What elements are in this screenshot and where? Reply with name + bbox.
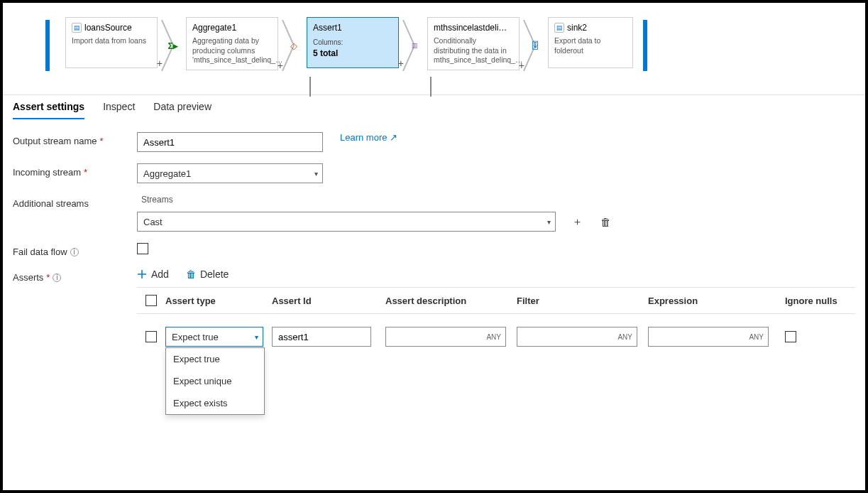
tab-data-preview[interactable]: Data preview xyxy=(153,101,211,119)
dropdown-item[interactable]: Expect exists xyxy=(166,392,264,414)
output-port xyxy=(643,20,647,71)
assert-settings-panel: Output stream name * Learn more ↗ Incomi… xyxy=(3,119,865,354)
settings-tabs: Assert settings Inspect Data preview xyxy=(3,95,865,119)
external-link-icon: ↗ xyxy=(390,132,397,143)
fail-data-flow-checkbox[interactable] xyxy=(137,243,148,254)
col-ignore-nulls: Ignore nulls xyxy=(779,296,850,306)
col-expression: Expression xyxy=(648,296,779,306)
node-title: mthssincelastdeli… xyxy=(434,22,507,33)
delete-stream-button[interactable]: 🗑 xyxy=(598,215,612,229)
any-badge: ANY xyxy=(749,333,764,341)
ignore-nulls-checkbox[interactable] xyxy=(785,331,796,342)
node-title: Aggregate1 xyxy=(192,22,236,33)
chevron-down-icon: ▾ xyxy=(547,218,551,226)
connector: ⧈ xyxy=(402,20,427,71)
filter-input[interactable]: ANY xyxy=(517,327,637,347)
connector: 🗄 xyxy=(522,20,548,71)
assert-id-input[interactable] xyxy=(272,327,371,347)
output-stream-input[interactable] xyxy=(137,132,323,152)
learn-more-link[interactable]: Learn more ↗ xyxy=(340,132,397,143)
flow-node-mthssincelastdeli[interactable]: mthssincelastdeli… Conditionally distrib… xyxy=(427,17,520,70)
sink-icon: ▤ xyxy=(554,23,564,33)
sigma-icon: Σ▸ xyxy=(166,38,180,53)
input-port xyxy=(45,20,50,71)
col-filter: Filter xyxy=(517,296,648,306)
flow-node-loanssource[interactable]: ▤loansSource Import data from loans + xyxy=(65,17,158,68)
flow-node-assert1[interactable]: Assert1 Columns: 5 total + xyxy=(307,17,399,68)
additional-stream-select[interactable]: Cast ▾ xyxy=(137,212,556,232)
flow-node-aggregate1[interactable]: Aggregate1 Aggregating data by producing… xyxy=(186,17,278,70)
table-row: Expect true ▾ Expect true Expect unique … xyxy=(137,314,855,354)
col-assert-desc: Assert description xyxy=(385,296,517,306)
col-assert-id: Assert Id xyxy=(272,296,385,306)
sink-icon: 🗄 xyxy=(528,38,542,53)
node-title: sink2 xyxy=(567,22,587,33)
info-icon[interactable]: i xyxy=(53,273,61,282)
assert-desc-input[interactable]: ANY xyxy=(385,327,506,347)
any-badge: ANY xyxy=(486,333,501,341)
node-sub: Aggregating data by producing columns 'm… xyxy=(192,36,272,65)
source-icon: ▤ xyxy=(72,23,82,33)
select-all-checkbox[interactable] xyxy=(145,295,157,306)
chevron-down-icon: ▾ xyxy=(314,170,318,178)
node-sub: Export data to folderout xyxy=(554,36,627,55)
delete-assert-button[interactable]: 🗑 Delete xyxy=(186,269,229,280)
add-assert-button[interactable]: Add xyxy=(137,269,169,280)
incoming-stream-label: Incoming stream * xyxy=(13,163,137,178)
asserts-label: Asserts * i xyxy=(13,269,137,283)
output-stream-label: Output stream name * xyxy=(13,132,137,146)
connector: Σ▸ xyxy=(160,20,186,71)
asserts-table: Assert type Assert Id Assert description… xyxy=(137,287,855,354)
additional-streams-label: Additional streams xyxy=(13,195,137,209)
info-icon[interactable]: i xyxy=(70,248,79,256)
col-assert-type: Assert type xyxy=(165,296,272,306)
streams-header: Streams xyxy=(137,195,855,205)
trash-icon: 🗑 xyxy=(186,269,196,280)
row-checkbox[interactable] xyxy=(145,331,157,342)
node-title: Assert1 xyxy=(313,22,342,33)
split-icon: ⧈ xyxy=(407,38,422,53)
assert-type-dropdown: Expect true Expect unique Expect exists xyxy=(165,347,265,415)
add-stream-button[interactable]: ＋ xyxy=(570,215,584,229)
stream-line xyxy=(309,77,311,97)
columns-label: Columns: xyxy=(313,38,392,48)
dropdown-item[interactable]: Expect unique xyxy=(166,370,264,392)
tab-assert-settings[interactable]: Assert settings xyxy=(13,101,84,119)
assert-type-select[interactable]: Expect true ▾ Expect true Expect unique … xyxy=(165,327,263,347)
any-badge: ANY xyxy=(617,333,632,341)
columns-count: 5 total xyxy=(313,48,392,59)
node-sub: Conditionally distributing the data in m… xyxy=(434,36,513,65)
fail-data-flow-label: Fail data flow i xyxy=(13,243,137,257)
expression-input[interactable]: ANY xyxy=(648,327,769,347)
assert-icon: ◇ xyxy=(287,38,301,53)
stream-line xyxy=(430,77,432,97)
connector: ◇ xyxy=(281,20,307,71)
incoming-stream-select[interactable]: Aggregate1 ▾ xyxy=(137,163,323,183)
node-sub: Import data from loans xyxy=(72,36,151,46)
flow-node-sink2[interactable]: ▤sink2 Export data to folderout xyxy=(548,17,633,68)
dropdown-item[interactable]: Expect true xyxy=(166,348,264,370)
tab-inspect[interactable]: Inspect xyxy=(103,101,135,119)
chevron-down-icon: ▾ xyxy=(255,333,258,341)
node-title: loansSource xyxy=(84,22,132,33)
flow-canvas: ▤loansSource Import data from loans + Σ▸… xyxy=(3,3,865,95)
